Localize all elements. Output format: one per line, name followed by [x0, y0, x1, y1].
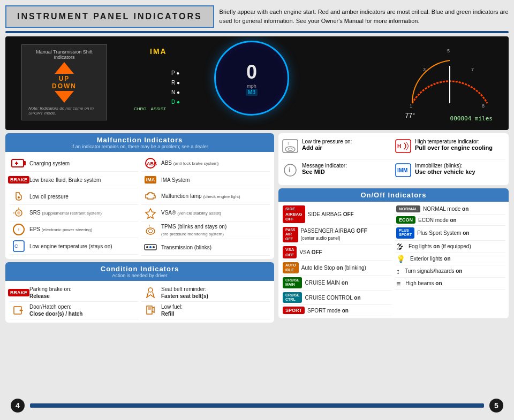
eps-text: EPS (electronic power steering)	[29, 226, 92, 233]
chrg-label: CHRG	[134, 106, 147, 111]
svg-text:!: !	[288, 141, 289, 146]
vsa-icon	[142, 207, 158, 219]
indicator-srs: SRS (supplemental restraint system)	[10, 205, 138, 222]
battery-icon	[11, 157, 27, 170]
odometer: 000004 miles	[450, 115, 493, 122]
high-temp-item: H High temperature indicator: Pull over …	[395, 138, 505, 157]
svg-text:3: 3	[423, 67, 426, 72]
ima-label: IMA	[150, 47, 167, 56]
vsa-text-onoff: VSA OFF	[299, 249, 322, 256]
abs-text: ABS (anti-lock brake system)	[161, 159, 219, 166]
high-temp-text: High temperature indicator: Pull over fo…	[415, 139, 493, 151]
fog-icon: 🌫	[396, 242, 404, 251]
vsa-badge: VSAOFF	[283, 246, 297, 258]
seatbelt-icon	[142, 286, 158, 299]
malfunction-header: Malfunction Indicators If an indicator r…	[5, 133, 274, 152]
indicator-vsa: VSA® (vehicle stability assist)	[141, 205, 270, 222]
malfunction-left-col: Charging system BRAKE Low brake fluid, B…	[10, 155, 138, 256]
indicator-low-temp: C Low engine temperature (stays on)	[10, 238, 138, 255]
svg-point-23	[146, 246, 148, 248]
indicator-parking-brake: BRAKE Parking brake on:Release	[10, 284, 138, 302]
side-airbag-badge: SIDEAIRBAGOFF	[283, 205, 305, 223]
svg-text:7: 7	[471, 67, 474, 72]
onoff-high-beams: ≡ High beams on	[395, 278, 505, 290]
malfunction-title: Malfunction Indicators	[11, 136, 269, 144]
onoff-cruise-main: CRUISEMAIN CRUISE MAIN on	[282, 276, 392, 291]
brake-badge: BRAKE	[8, 176, 29, 184]
normal-badge: NORMAL	[396, 205, 420, 212]
down-label: DOWN	[52, 82, 77, 90]
alert-body: ! Low tire pressure on: Add air	[278, 133, 509, 185]
svg-text:!: !	[149, 224, 150, 228]
immobilizer-icon: IMM	[395, 163, 412, 180]
brake-icon: BRAKE	[11, 173, 27, 186]
ima-badge: IMA	[145, 176, 157, 184]
alert-panel: ! Low tire pressure on: Add air	[278, 133, 509, 185]
high-beams-text: High beams on	[405, 280, 442, 287]
immobilizer-item: IMM Immobilizer (blinks): Use other vehi…	[395, 162, 505, 181]
svg-text:1: 1	[410, 103, 412, 109]
plus-sport-badge: PLUSSPORT	[396, 227, 414, 239]
left-panel: Malfunction Indicators If an indicator r…	[5, 133, 274, 393]
low-fuel-text: Low fuel:Refill	[161, 303, 183, 317]
onoff-vsa: VSAOFF VSA OFF	[282, 245, 392, 261]
immobilizer-text: Immobilizer (blinks): Use other vehicle …	[415, 163, 475, 175]
vsa-text: VSA® (vehicle stability assist)	[161, 209, 221, 216]
tpms-icon: !	[142, 224, 158, 236]
onoff-cruise-control: CRUISECTRL CRUISE CONTROL on	[282, 291, 392, 306]
ima-badge-icon: IMA	[142, 173, 158, 186]
cruise-main-text: CRUISE MAIN on	[305, 279, 348, 286]
condition-subheader: Action is needed by driver	[11, 273, 269, 278]
srs-text: SRS (supplemental restraint system)	[29, 209, 102, 216]
gear-display: P ● R ● N ● D ●	[171, 68, 180, 107]
onoff-body: SIDEAIRBAGOFF SIDE AIRBAG OFF PASSAIROFF…	[278, 202, 509, 318]
indicator-low-fuel: Low fuel:Refill	[141, 302, 270, 319]
svg-point-24	[149, 246, 152, 248]
exterior-lights-text: Exterior lights on	[410, 255, 451, 262]
message-text: Message indicator: See MID	[302, 163, 347, 175]
svg-text:C: C	[14, 243, 18, 249]
onoff-panel: On/Off Indicators SIDEAIRBAGOFF SIDE AIR…	[278, 188, 509, 318]
indicator-charging: Charging system	[10, 155, 138, 172]
page-title: INSTRUMENT PANEL INDICATORS	[17, 12, 202, 21]
side-airbag-text: SIDE AIRBAG OFF	[308, 211, 354, 218]
fuel-icon	[142, 304, 158, 317]
onoff-auto-idle: AUTOIDLE Auto Idle Stop on (blinking)	[282, 261, 392, 276]
malfunction-right-col: ABS ABS (anti-lock brake system) IMA	[141, 155, 270, 256]
gear-p: P ●	[171, 68, 180, 78]
indicator-malfunction-lamp: Malfunction lamp (check engine light)	[141, 188, 270, 205]
bottom-bar	[30, 403, 484, 408]
page-numbers: 4 5	[5, 396, 509, 415]
onoff-econ: ECON ECON mode on	[395, 215, 505, 226]
condition-panel: Condition Indicators Action is needed by…	[5, 262, 274, 323]
svg-text:i: i	[289, 166, 290, 174]
alert-row-2: i Message indicator: See MID	[282, 159, 505, 183]
speed-unit: mph	[247, 83, 256, 89]
indicator-door: Door/Hatch open:Close door(s) / hatch	[10, 302, 138, 319]
page-left: 4	[11, 399, 25, 413]
condition-header: Condition Indicators Action is needed by…	[5, 262, 274, 281]
tire-pressure-item: ! Low tire pressure on: Add air	[282, 138, 392, 157]
malfunction-panel: Malfunction Indicators If an indicator r…	[5, 133, 274, 259]
svg-point-20	[148, 230, 153, 233]
speed-value: 0	[246, 61, 257, 83]
cruise-control-text: CRUISE CONTROL on	[305, 294, 360, 301]
charging-text: Charging system	[29, 160, 70, 167]
mt-note: Note: Indicators do not come on in SPORT…	[28, 106, 100, 116]
fog-text: Fog lights on (if equipped)	[409, 243, 471, 250]
svg-point-14	[17, 211, 20, 215]
svg-point-25	[153, 246, 155, 248]
turn-signal-icon: ↕	[396, 267, 400, 276]
onoff-fog: 🌫 Fog lights on (if equipped)	[395, 241, 505, 253]
cruise-control-badge: CRUISECTRL	[283, 292, 302, 303]
chrg-assist-display: CHRG ASSIST	[134, 106, 166, 111]
sport-text: SPORT mode on	[307, 307, 349, 314]
mt-title: Manual Transmission Shift Indicators	[28, 49, 100, 60]
econ-text: ECON mode on	[418, 217, 457, 224]
cruise-main-badge: CRUISEMAIN	[283, 277, 302, 288]
engine-icon	[142, 190, 158, 203]
ima-indicator: IMA	[150, 47, 167, 56]
svg-text:8: 8	[482, 103, 485, 109]
transmission-icon	[142, 241, 158, 254]
message-icon: i	[282, 163, 299, 180]
